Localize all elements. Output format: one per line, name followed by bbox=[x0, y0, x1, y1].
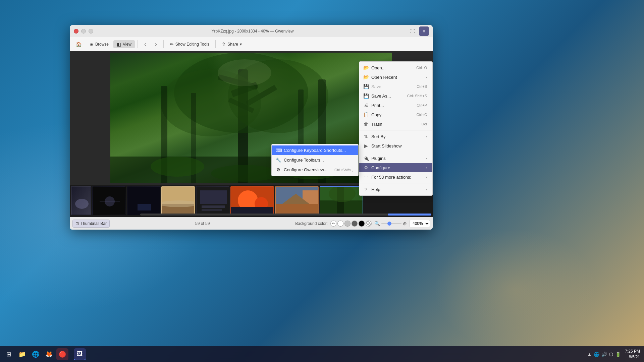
menu-item-open[interactable]: 📂 Open... Ctrl+O bbox=[359, 63, 432, 72]
gwenview-window: YrbKZzq.jpg - 2000x1334 - 40% — Gwenview… bbox=[70, 25, 433, 230]
zoom-slider-thumb bbox=[387, 222, 391, 226]
menu-trash-label: Trash bbox=[371, 122, 382, 127]
taskbar-clock[interactable]: 7:25 PM 8/5/21 bbox=[621, 349, 644, 360]
window-controls bbox=[74, 29, 93, 34]
keyboard-icon: ⌨ bbox=[276, 148, 281, 153]
taskbar: ⊞ 📁 🌐 🦊 🔴 🖼 ▲ 🌐 🔊 ⬡ 🔋 7:25 PM 8/5/21 bbox=[0, 346, 644, 362]
svg-point-14 bbox=[151, 157, 204, 177]
swatch-black[interactable] bbox=[359, 221, 365, 227]
zoom-select[interactable]: 400% bbox=[410, 220, 430, 227]
zoom-slider[interactable] bbox=[381, 223, 401, 224]
taskbar-time: 7:25 PM bbox=[625, 349, 640, 354]
sort-by-arrow: › bbox=[426, 134, 427, 138]
taskbar-icon-manjaro[interactable]: 🔴 bbox=[56, 348, 68, 360]
menu-item-help[interactable]: ? Help › bbox=[359, 185, 432, 194]
thumbnail-7[interactable] bbox=[275, 186, 319, 215]
menu-item-plugins[interactable]: 🔌 Plugins › bbox=[359, 154, 432, 163]
hamburger-menu-button[interactable]: ≡ bbox=[419, 26, 429, 36]
browse-button[interactable]: ⊞ Browse bbox=[86, 40, 112, 48]
close-button[interactable] bbox=[74, 29, 78, 34]
title-bar: YrbKZzq.jpg - 2000x1334 - 40% — Gwenview… bbox=[70, 25, 433, 37]
fullscreen-button[interactable]: ⛶ bbox=[408, 26, 417, 36]
browse-icon: ⊞ bbox=[90, 42, 94, 47]
home-icon: 🏠 bbox=[76, 42, 82, 47]
thumbnail-5[interactable] bbox=[196, 186, 229, 215]
submenu-gwenview[interactable]: ⚙ Configure Gwenview... Ctrl+Shift+, bbox=[272, 165, 358, 175]
title-bar-actions: ⛶ ≡ bbox=[408, 26, 429, 36]
menu-configure-label: Configure bbox=[371, 165, 390, 170]
help-arrow: › bbox=[426, 187, 427, 191]
menu-item-configure[interactable]: ⚙ Configure › bbox=[359, 163, 432, 172]
taskbar-icon-firefox[interactable]: 🦊 bbox=[43, 348, 55, 360]
thumbnail-2[interactable] bbox=[92, 186, 126, 215]
thumbnail-8[interactable] bbox=[320, 186, 363, 215]
toolbar-separator-3 bbox=[215, 40, 216, 48]
network-icon[interactable]: 🌐 bbox=[594, 352, 599, 357]
save-shortcut: Ctrl+S bbox=[417, 84, 427, 88]
share-button[interactable]: ⇧ Share ▾ bbox=[218, 40, 245, 48]
submenu-toolbars[interactable]: 🔧 Configure Toolbars... bbox=[272, 155, 358, 165]
print-shortcut: Ctrl+P bbox=[417, 103, 427, 107]
status-bar: ⊡ Thumbnail Bar 59 of 59 Background colo… bbox=[70, 217, 433, 230]
menu-item-sort-by[interactable]: ⇅ Sort By › bbox=[359, 132, 432, 141]
print-icon: 🖨 bbox=[363, 103, 369, 108]
zoom-slider-container: 🔍 ⊕ bbox=[374, 221, 407, 226]
swatch-lightgray[interactable] bbox=[344, 221, 351, 227]
maximize-button[interactable] bbox=[89, 29, 93, 34]
home-button[interactable]: 🏠 bbox=[72, 40, 85, 48]
thumbnail-scrollbar[interactable] bbox=[140, 214, 431, 216]
menu-item-print[interactable]: 🖨 Print... Ctrl+P bbox=[359, 101, 432, 110]
minimize-button[interactable] bbox=[81, 29, 86, 34]
save-as-icon: 💾 bbox=[363, 93, 369, 99]
menu-sort-by-label: Sort By bbox=[371, 134, 386, 139]
swatch-checker[interactable] bbox=[366, 221, 372, 227]
swatch-darkgray[interactable] bbox=[352, 221, 358, 227]
help-icon: ? bbox=[363, 187, 369, 192]
menu-divider-2 bbox=[359, 152, 432, 152]
taskbar-date: 8/5/21 bbox=[625, 354, 640, 360]
thumbnail-1[interactable] bbox=[71, 186, 91, 215]
thumb-8-image bbox=[320, 187, 363, 215]
swatch-white[interactable] bbox=[337, 221, 343, 227]
thumbnail-4[interactable] bbox=[161, 186, 195, 215]
gwenview-config-icon: ⚙ bbox=[276, 167, 281, 172]
svg-rect-24 bbox=[138, 204, 151, 210]
show-editing-tools-label: Show Editing Tools bbox=[175, 42, 209, 47]
submenu-keyboard-shortcuts[interactable]: ⌨ Configure Keyboard Shortcuts... bbox=[272, 145, 358, 155]
zoom-out-icon[interactable]: 🔍 bbox=[374, 221, 380, 226]
thumb-2-image bbox=[93, 187, 126, 215]
nav-forward-button[interactable]: › bbox=[151, 40, 161, 49]
menu-slideshow-label: Start Slideshow bbox=[371, 143, 401, 148]
volume-icon[interactable]: 🔊 bbox=[601, 352, 607, 357]
taskbar-icon-browser[interactable]: 🌐 bbox=[30, 348, 42, 360]
svg-point-16 bbox=[211, 165, 278, 182]
taskbar-gwenview-app[interactable]: 🖼 bbox=[74, 348, 86, 360]
nav-back-button[interactable]: ‹ bbox=[141, 40, 150, 49]
show-editing-tools-button[interactable]: ✏ Show Editing Tools bbox=[166, 40, 213, 48]
battery-icon[interactable]: 🔋 bbox=[615, 352, 621, 357]
taskbar-system-tray: ▲ 🌐 🔊 ⬡ 🔋 bbox=[587, 352, 621, 357]
menu-item-trash[interactable]: 🗑 Trash Del bbox=[359, 119, 432, 129]
menu-item-open-recent[interactable]: 📂 Open Recent › bbox=[359, 72, 432, 82]
thumbnail-bar-button[interactable]: ⊡ Thumbnail Bar bbox=[72, 220, 110, 228]
view-button[interactable]: ◧ View bbox=[113, 40, 135, 48]
menu-item-copy[interactable]: 📋 Copy Ctrl+C bbox=[359, 110, 432, 119]
save-icon: 💾 bbox=[363, 84, 369, 89]
image-counter: 59 of 59 bbox=[110, 221, 295, 226]
window-title: YrbKZzq.jpg - 2000x1334 - 40% — Gwenview bbox=[97, 29, 408, 34]
menu-item-more-actions[interactable]: ⋯ For 53 more actions: › bbox=[359, 172, 432, 182]
thumbnail-6[interactable] bbox=[230, 186, 274, 215]
bluetooth-icon[interactable]: ⬡ bbox=[609, 352, 613, 357]
taskbar-app-icons: ⊞ 📁 🌐 🦊 🔴 bbox=[0, 348, 71, 360]
thumbnail-3[interactable] bbox=[127, 186, 160, 215]
menu-item-slideshow[interactable]: ▶ Start Slideshow bbox=[359, 141, 432, 150]
hamburger-menu: 📂 Open... Ctrl+O 📂 Open Recent › 💾 Save … bbox=[359, 61, 433, 196]
taskbar-icon-task[interactable]: 📁 bbox=[16, 348, 28, 360]
taskbar-icon-grid[interactable]: ⊞ bbox=[3, 348, 15, 360]
swatch-pencil[interactable]: ✏ bbox=[330, 221, 336, 227]
menu-item-save-as[interactable]: 💾 Save As... Ctrl+Shift+S bbox=[359, 91, 432, 101]
thumbnail-scrollbar-thumb bbox=[388, 214, 431, 216]
toolbars-icon: 🔧 bbox=[276, 158, 281, 163]
zoom-in-icon[interactable]: ⊕ bbox=[403, 221, 407, 226]
tray-arrow-icon[interactable]: ▲ bbox=[587, 352, 592, 357]
